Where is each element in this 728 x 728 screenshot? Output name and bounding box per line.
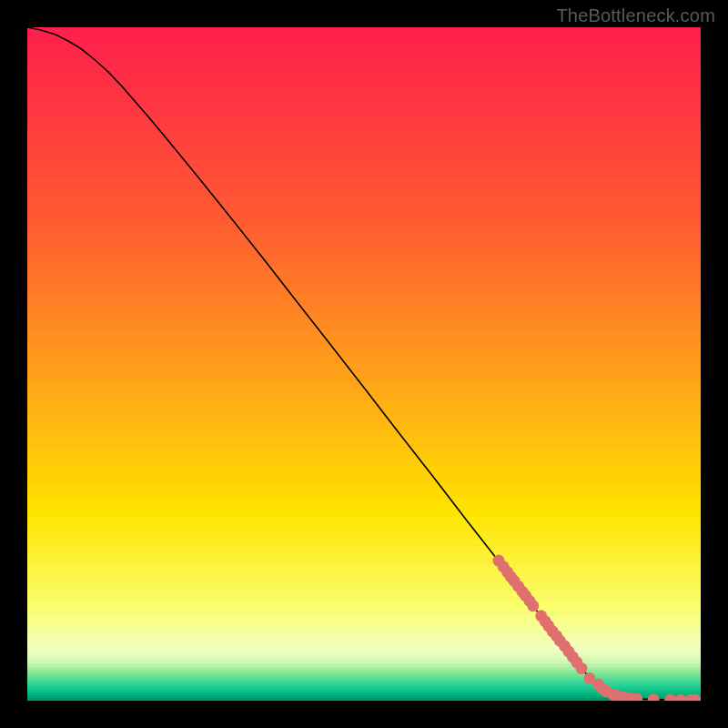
data-point <box>648 693 660 701</box>
curve-overlay <box>27 27 701 701</box>
data-point <box>664 694 676 701</box>
data-point <box>576 662 588 674</box>
chart-plot-area <box>27 27 701 701</box>
fit-curve <box>27 27 701 700</box>
data-point <box>527 600 539 612</box>
watermark-text: TheBottleneck.com <box>556 5 715 26</box>
data-point <box>674 694 686 701</box>
